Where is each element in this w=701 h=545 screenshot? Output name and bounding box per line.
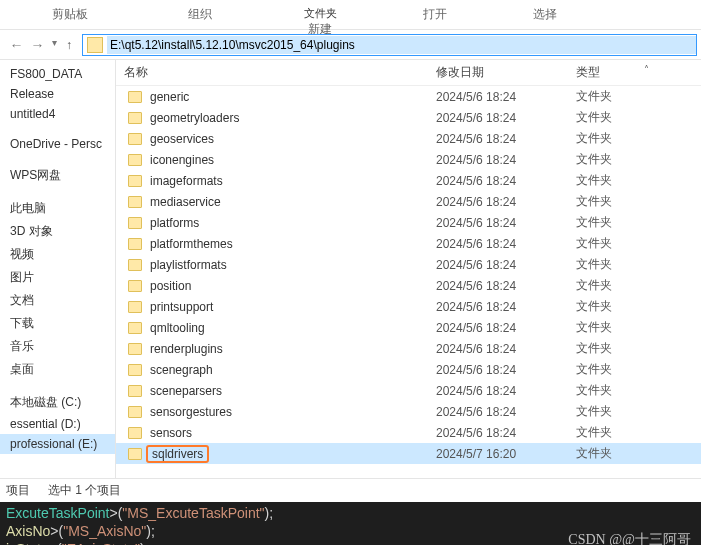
watermark: CSDN @@十三阿哥 xyxy=(568,531,691,545)
table-row[interactable]: geometryloaders2024/5/6 18:24文件夹 xyxy=(116,107,701,128)
file-type: 文件夹 xyxy=(576,88,656,105)
tree-item[interactable]: 本地磁盘 (C:) xyxy=(0,391,115,414)
tree-item[interactable]: essential (D:) xyxy=(0,414,115,434)
table-row[interactable]: scenegraph2024/5/6 18:24文件夹 xyxy=(116,359,701,380)
file-date: 2024/5/6 18:24 xyxy=(436,216,576,230)
file-name: sqldrivers xyxy=(146,445,209,463)
forward-button[interactable]: → xyxy=(31,37,45,53)
table-row[interactable]: platformthemes2024/5/6 18:24文件夹 xyxy=(116,233,701,254)
file-date: 2024/5/6 18:24 xyxy=(436,174,576,188)
folder-icon xyxy=(128,133,142,145)
file-date: 2024/5/6 18:24 xyxy=(436,405,576,419)
up-button[interactable]: ↑ xyxy=(66,38,72,52)
folder-icon xyxy=(128,196,142,208)
tree-item[interactable]: OneDrive - Persc xyxy=(0,134,115,154)
tree-item[interactable]: untitled4 xyxy=(0,104,115,124)
file-type: 文件夹 xyxy=(576,130,656,147)
table-row[interactable]: printsupport2024/5/6 18:24文件夹 xyxy=(116,296,701,317)
table-row[interactable]: position2024/5/6 18:24文件夹 xyxy=(116,275,701,296)
table-row[interactable]: geoservices2024/5/6 18:24文件夹 xyxy=(116,128,701,149)
file-date: 2024/5/6 18:24 xyxy=(436,426,576,440)
file-type: 文件夹 xyxy=(576,235,656,252)
code-editor: ExcuteTaskPoint>("MS_ExcuteTaskPoint"); … xyxy=(0,502,701,545)
table-row[interactable]: playlistformats2024/5/6 18:24文件夹 xyxy=(116,254,701,275)
table-row[interactable]: sensorgestures2024/5/6 18:24文件夹 xyxy=(116,401,701,422)
ribbon-group-organize: 组织 xyxy=(140,0,260,27)
table-row[interactable]: generic2024/5/6 18:24文件夹 xyxy=(116,86,701,107)
table-row[interactable]: renderplugins2024/5/6 18:24文件夹 xyxy=(116,338,701,359)
file-type: 文件夹 xyxy=(576,403,656,420)
nav-tree[interactable]: FS800_DATAReleaseuntitled4OneDrive - Per… xyxy=(0,60,116,478)
folder-icon xyxy=(128,280,142,292)
file-name: platformthemes xyxy=(150,237,233,251)
file-date: 2024/5/6 18:24 xyxy=(436,258,576,272)
back-button[interactable]: ← xyxy=(10,37,24,53)
sort-indicator-icon: ˄ xyxy=(644,64,649,75)
tree-item[interactable]: FS800_DATA xyxy=(0,64,115,84)
tree-item[interactable]: 此电脑 xyxy=(0,197,115,220)
status-bar: 项目 选中 1 个项目 xyxy=(0,478,701,502)
table-row[interactable]: platforms2024/5/6 18:24文件夹 xyxy=(116,212,701,233)
file-name: position xyxy=(150,279,191,293)
folder-icon xyxy=(128,385,142,397)
status-selected: 选中 1 个项目 xyxy=(48,482,121,499)
folder-icon xyxy=(128,322,142,334)
file-type: 文件夹 xyxy=(576,382,656,399)
file-date: 2024/5/6 18:24 xyxy=(436,153,576,167)
status-items: 项目 xyxy=(6,482,30,499)
file-type: 文件夹 xyxy=(576,319,656,336)
folder-icon xyxy=(87,37,103,53)
column-date[interactable]: 修改日期 xyxy=(436,64,576,81)
file-date: 2024/5/6 18:24 xyxy=(436,90,576,104)
tree-item[interactable]: 桌面 xyxy=(0,358,115,381)
address-bar[interactable]: E:\qt5.12\install\5.12.10\msvc2015_64\pl… xyxy=(82,34,697,56)
tree-item[interactable]: 视频 xyxy=(0,243,115,266)
tree-item[interactable]: Release xyxy=(0,84,115,104)
table-row[interactable]: sceneparsers2024/5/6 18:24文件夹 xyxy=(116,380,701,401)
tree-item[interactable]: 图片 xyxy=(0,266,115,289)
ribbon-group-open: 打开 xyxy=(380,0,490,27)
ribbon: 剪贴板 组织 文件夹 新建 打开 选择 xyxy=(0,0,701,30)
tree-item[interactable]: WPS网盘 xyxy=(0,164,115,187)
ribbon-new-top: 文件夹 xyxy=(280,6,360,21)
nav-row: ← → ▾ ↑ E:\qt5.12\install\5.12.10\msvc20… xyxy=(0,30,701,60)
file-date: 2024/5/6 18:24 xyxy=(436,321,576,335)
file-name: printsupport xyxy=(150,300,213,314)
folder-icon xyxy=(128,91,142,103)
file-type: 文件夹 xyxy=(576,151,656,168)
file-type: 文件夹 xyxy=(576,361,656,378)
table-row[interactable]: mediaservice2024/5/6 18:24文件夹 xyxy=(116,191,701,212)
table-row[interactable]: qmltooling2024/5/6 18:24文件夹 xyxy=(116,317,701,338)
ribbon-group-clipboard: 剪贴板 xyxy=(0,0,140,27)
folder-icon xyxy=(128,301,142,313)
table-row[interactable]: sqldrivers2024/5/7 16:20文件夹 xyxy=(116,443,701,464)
table-row[interactable]: imageformats2024/5/6 18:24文件夹 xyxy=(116,170,701,191)
file-date: 2024/5/6 18:24 xyxy=(436,279,576,293)
file-type: 文件夹 xyxy=(576,445,656,462)
folder-icon xyxy=(128,112,142,124)
file-date: 2024/5/6 18:24 xyxy=(436,237,576,251)
file-date: 2024/5/6 18:24 xyxy=(436,363,576,377)
folder-icon xyxy=(128,259,142,271)
file-date: 2024/5/6 18:24 xyxy=(436,132,576,146)
list-header: 名称 修改日期 类型 ˄ xyxy=(116,60,701,86)
file-type: 文件夹 xyxy=(576,340,656,357)
tree-item[interactable]: 下载 xyxy=(0,312,115,335)
tree-item[interactable]: 文档 xyxy=(0,289,115,312)
file-name: imageformats xyxy=(150,174,223,188)
file-name: platforms xyxy=(150,216,199,230)
address-text[interactable]: E:\qt5.12\install\5.12.10\msvc2015_64\pl… xyxy=(107,36,696,54)
column-name[interactable]: 名称 xyxy=(116,64,436,81)
folder-icon xyxy=(128,217,142,229)
tree-item[interactable]: 音乐 xyxy=(0,335,115,358)
folder-icon xyxy=(128,175,142,187)
table-row[interactable]: iconengines2024/5/6 18:24文件夹 xyxy=(116,149,701,170)
recent-dropdown[interactable]: ▾ xyxy=(52,37,57,53)
file-name: sensorgestures xyxy=(150,405,232,419)
folder-icon xyxy=(128,238,142,250)
table-row[interactable]: sensors2024/5/6 18:24文件夹 xyxy=(116,422,701,443)
file-type: 文件夹 xyxy=(576,256,656,273)
file-name: qmltooling xyxy=(150,321,205,335)
tree-item[interactable]: professional (E:) xyxy=(0,434,115,454)
tree-item[interactable]: 3D 对象 xyxy=(0,220,115,243)
